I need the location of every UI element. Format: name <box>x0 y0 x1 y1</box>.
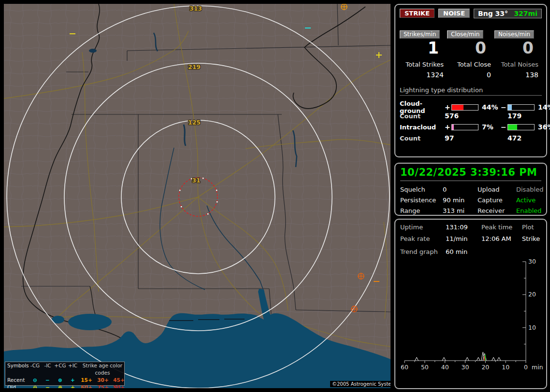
positive-count: 97 <box>445 134 507 142</box>
copyright-label: ©2005 Astrogenic Systems <box>330 381 391 387</box>
legend-row-old: Old⊖−⊕+60+75+90+ <box>5 384 124 388</box>
status-value: Enabled <box>516 207 543 214</box>
negative-percent: 36% <box>536 123 550 131</box>
legend-age-label: Recent <box>6 377 29 384</box>
svg-text:50: 50 <box>421 364 429 371</box>
positive-bar <box>451 104 478 111</box>
pos-ic-symbol-icon: + <box>67 377 79 384</box>
distribution-type-label: Intracloud <box>400 124 445 131</box>
svg-text:10: 10 <box>502 364 509 371</box>
noises-min-header[interactable]: Noises/min <box>494 30 534 39</box>
datetime-display: 10/22/2025 3:39:16 PM <box>400 167 541 181</box>
strike-counter-panel: STRIKE NOISE Bng 33° 327mi Strikes/min1T… <box>394 4 547 157</box>
status-value: 0 <box>443 186 478 193</box>
negative-sign: − <box>501 123 507 131</box>
svg-text:0: 0 <box>524 364 528 371</box>
distribution-row-intracloud: Intracloud+7%−36% <box>400 122 542 132</box>
nexstorm-window: { "map": { "ring_labels": [ {"text": "31… <box>0 0 550 392</box>
ring-label-313: 313 <box>189 5 202 12</box>
negative-count: 472 <box>507 134 542 142</box>
status-grid: Squelch0UploadDisabledPersistence90 minC… <box>400 186 541 214</box>
peak-time-value: 12:06 AM <box>481 235 522 242</box>
pos-cg-symbol-icon: ⊕ <box>54 377 67 384</box>
total-value: 138 <box>494 71 538 79</box>
legend-row-recent: Recent⊖−⊕+15+30+45+ <box>5 377 124 384</box>
age-code-15+: 15+ <box>79 377 94 384</box>
bearing-range-value: 327mi <box>514 10 537 17</box>
trend-graph-value: 60 min <box>446 248 541 255</box>
negative-bar <box>507 124 535 130</box>
positive-count: 576 <box>445 112 507 120</box>
strike-mode-button[interactable]: STRIKE <box>400 9 434 18</box>
status-value: 90 min <box>443 196 478 204</box>
ring-label-31: 31 <box>192 177 200 184</box>
svg-text:30: 30 <box>462 364 469 371</box>
peak-rate-label: Peak rate <box>400 235 446 242</box>
total-label: Total Noises <box>494 61 538 68</box>
plot-label: Plot <box>522 224 541 231</box>
counter-value: 1 <box>400 40 444 57</box>
distribution-count-row: Count97472 <box>400 132 542 144</box>
age-code-60+: 60+ <box>79 384 94 388</box>
status-label: Range <box>400 207 443 214</box>
stats-trend-panel: Uptime 131:09 Peak time Plot Peak rate 1… <box>394 219 547 389</box>
age-code-45+: 45+ <box>112 377 126 384</box>
trend-axis-labels: 1020306050403020100min <box>401 258 543 371</box>
neg-cg-symbol-icon: ⊖ <box>29 384 42 388</box>
strike-rate-peaks <box>415 352 501 361</box>
svg-text:30: 30 <box>528 258 536 265</box>
age-code-75+: 75+ <box>94 384 112 388</box>
neg-ic-symbol-icon: − <box>42 377 54 384</box>
distribution-title: Lightning type distribution <box>400 86 542 96</box>
positive-bar <box>451 124 478 130</box>
lightning-map[interactable]: 31321912531 Symbols -CG -IC +CG +IC Stri… <box>4 4 391 388</box>
neg-cg-symbol-icon: ⊖ <box>29 377 42 384</box>
rate-counters: Strikes/min1Total Strikes1324Close/min0T… <box>400 29 542 79</box>
lightning-distribution: Lightning type distribution Cloud-ground… <box>400 86 542 144</box>
pos-ic-symbol-icon: + <box>67 384 79 388</box>
stats-grid: Uptime 131:09 Peak time Plot Peak rate 1… <box>400 224 541 242</box>
pos-cg-symbol-icon: ⊕ <box>54 384 67 388</box>
legend-age-label: Old <box>6 384 29 388</box>
svg-text:20: 20 <box>481 364 489 371</box>
total-label: Total Close <box>447 61 491 68</box>
map-legend: Symbols -CG -IC +CG +IC Strike age color… <box>5 362 125 386</box>
counter-noises-min: Noises/min0Total Noises138 <box>494 29 538 79</box>
peak-time-label: Peak time <box>481 224 522 231</box>
bearing-readout: Bng 33° 327mi <box>474 9 542 18</box>
counter-strikes-min: Strikes/min1Total Strikes1324 <box>400 29 444 79</box>
status-label: Upload <box>478 186 516 193</box>
legend-col-neg-cg: -CG <box>29 362 42 377</box>
positive-sign: + <box>445 123 451 131</box>
count-label: Count <box>400 112 445 120</box>
svg-text:60: 60 <box>401 364 408 371</box>
strikes-min-header[interactable]: Strikes/min <box>400 30 440 39</box>
status-value: 313 mi <box>443 207 478 214</box>
trend-graph: 1020306050403020100min <box>400 258 543 375</box>
positive-percent: 44% <box>479 103 501 111</box>
counter-value: 0 <box>494 40 538 57</box>
ring-label-219: 219 <box>188 63 201 70</box>
status-label: Squelch <box>400 186 443 193</box>
uptime-value: 131:09 <box>446 224 481 231</box>
positive-percent: 7% <box>479 123 501 131</box>
count-label: Count <box>400 135 445 142</box>
close-min-header[interactable]: Close/min <box>447 30 483 39</box>
svg-text:10: 10 <box>528 324 536 331</box>
uptime-label: Uptime <box>400 224 446 231</box>
distribution-row-cloud-ground: Cloud-ground+44%−14% <box>400 100 542 110</box>
legend-symbols-header: Symbols <box>6 362 29 377</box>
ring-label-125: 125 <box>188 119 201 126</box>
svg-text:20: 20 <box>528 291 536 298</box>
legend-header-row: Symbols -CG -IC +CG +IC Strike age color… <box>5 362 124 377</box>
positive-sign: + <box>445 103 451 111</box>
counter-close-min: Close/min0Total Close0 <box>447 29 491 79</box>
trend-axes <box>405 262 526 363</box>
status-label: Persistence <box>400 196 443 204</box>
noise-mode-button[interactable]: NOISE <box>438 9 470 18</box>
status-label: Capture <box>478 196 516 204</box>
negative-count: 179 <box>507 112 542 120</box>
svg-text:min: min <box>532 364 543 371</box>
legend-age-header: Strike age color codes <box>79 362 126 377</box>
peak-rate-value: 11/min <box>446 235 481 242</box>
